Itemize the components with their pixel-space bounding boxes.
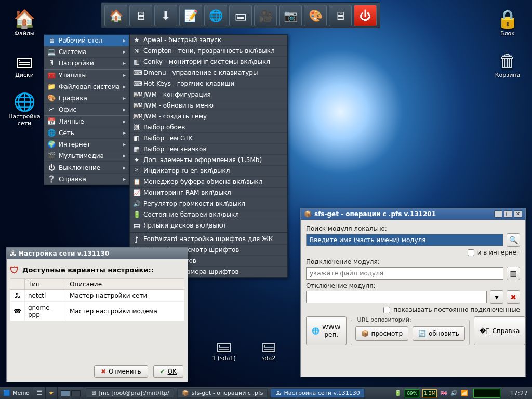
titlebar[interactable]: 📦 sfs-get - операции с .pfs v.131201 _ □… [301, 208, 525, 220]
disconnect-input[interactable] [306, 291, 487, 303]
menu-item[interactable]: ⏻ Выключение ▸ [44, 162, 129, 174]
connect-input[interactable] [306, 267, 503, 280]
submenu-item[interactable]: 🔊Регулятор громкости вкл\выкл [130, 198, 287, 209]
desktop-icon-disks[interactable]: 🖴 Диски [6, 50, 43, 78]
chevron-right-icon: ▸ [123, 107, 126, 112]
launcher-disk-icon[interactable]: 🖴 [229, 5, 252, 26]
launcher-camera-icon[interactable]: 📷 [279, 5, 302, 26]
menu-item[interactable]: 🎬 Мультимедиа ▸ [44, 150, 129, 162]
launcher-terminal-icon[interactable]: 🖥 [129, 5, 152, 26]
internet-checkbox-input[interactable] [468, 249, 474, 256]
chevron-right-icon: ▸ [123, 165, 126, 170]
menu-item[interactable]: ✂ Офис ▸ [44, 104, 129, 115]
clock[interactable]: 17:27 [506, 390, 532, 397]
repo-view-button[interactable]: 📦 просмотр [355, 326, 408, 341]
submenu-item[interactable]: ▦Выбор тем значков [130, 144, 287, 155]
menu-item[interactable]: 💻 Система ▸ [44, 46, 129, 58]
submenu-item[interactable]: 🖴Ярлыки дисков вкл\выкл [130, 220, 287, 231]
menu-item-label: Сеть [59, 129, 74, 137]
launcher-web-icon[interactable]: 🌐 [204, 5, 227, 26]
menu-item[interactable]: 🎚 Настройки ▸ [44, 58, 129, 69]
submenu-item[interactable]: ▥Conky - мониторинг системы вкл\выкл [130, 57, 287, 68]
search-input[interactable]: Введите имя (часть имени) модуля [306, 234, 503, 246]
cancel-button[interactable]: ✖ Отменить [94, 365, 148, 378]
col-desc[interactable]: Описание [66, 279, 184, 290]
menu-item-label: Офис [59, 106, 76, 113]
submenu-item[interactable]: 🖼Выбор обоев [130, 122, 287, 133]
persistent-checkbox[interactable]: показывать постоянно подключенные [306, 306, 520, 313]
desktop-icon-lock[interactable]: 🔒 Блок [489, 8, 526, 37]
launcher-power-icon[interactable]: ⏻ [354, 5, 377, 26]
menu-item-label: Файловая система [59, 83, 120, 90]
disconnect-dropdown-button[interactable]: ▾ [490, 290, 503, 304]
bookmark-icon[interactable]: ★ [46, 387, 58, 399]
connect-browse-button[interactable]: ▥ [507, 267, 520, 280]
submenu-item[interactable]: ✦Доп. элементы оформления (1,5Mb) [130, 155, 287, 166]
disk-sda1[interactable]: 🖴 1 (sda1) [206, 337, 242, 362]
menu-item[interactable]: 🌐 Сеть ▸ [44, 127, 129, 139]
submenu-item[interactable]: JWMJWM - обновить меню [130, 100, 287, 111]
row-desc: Мастер настройки модема [66, 302, 184, 321]
desktop-icon-files[interactable]: 🏠 Файлы [6, 8, 43, 37]
start-menu-button[interactable]: 🟦 Меню [0, 387, 33, 399]
show-desktop-button[interactable]: 🗔 [33, 387, 46, 399]
submenu-item[interactable]: ⌨Dmenu - управление с клавиатуры [130, 68, 287, 78]
tray-battery-icon[interactable]: 🔋 [394, 390, 402, 396]
row-type: gnome-ppp [24, 302, 66, 321]
minimize-button[interactable]: _ [494, 210, 502, 218]
menu-item[interactable]: 🖥 Рабочий стол ▸ [44, 35, 129, 46]
launcher-home-icon[interactable]: 🏠 [104, 5, 127, 26]
repo-refresh-button[interactable]: 🔄 обновить [413, 326, 465, 341]
desktop-icon-network[interactable]: 🌐 Настройка сети [3, 91, 46, 127]
menu-item[interactable]: 🎨 Графика ▸ [44, 92, 129, 104]
menu-item[interactable]: ❔ Справка ▸ [44, 174, 129, 185]
submenu-item[interactable]: ƒFontwizard настройка шрифтов для ЖК [130, 234, 287, 245]
repo-refresh-label: обновить [429, 330, 459, 337]
chevron-right-icon: ▸ [123, 141, 126, 147]
menu-item[interactable]: 📅 Личные ▸ [44, 115, 129, 127]
submenu-item[interactable]: 📈Мониторинг RAM вкл\выкл [130, 188, 287, 198]
tray-lang-icon[interactable]: 🇬🇧 [440, 390, 447, 396]
desktop-icon-trash[interactable]: 🗑 Корзина [489, 50, 526, 78]
internet-checkbox[interactable]: и в интернет [306, 249, 520, 256]
disk-sda2[interactable]: 🖴 sda2 [250, 337, 287, 362]
submenu-item[interactable]: JWMJWM - создать тему [130, 111, 287, 122]
taskbar-task[interactable]: 📦 sfs-get - операции с .pfs [177, 388, 268, 398]
submenu-item[interactable]: 📋Менеджер буфера обмена вкл\выкл [130, 177, 287, 188]
taskbar-task[interactable]: 🖥 [mc [root@pra]:/mnt/ftp/ [86, 388, 174, 398]
menu-item[interactable]: 📁 Файловая система ▸ [44, 81, 129, 92]
search-button[interactable]: 🔍 [507, 233, 520, 247]
ok-button[interactable]: ✔ OK [153, 365, 183, 378]
submenu-item[interactable]: ⌨Hot Keys - горячие клавиши [130, 78, 287, 89]
persistent-checkbox-input[interactable] [383, 307, 390, 313]
launcher-editor-icon[interactable]: 📝 [179, 5, 202, 26]
col-type[interactable]: Тип [24, 279, 66, 290]
maximize-button[interactable]: □ [504, 210, 512, 218]
close-button[interactable]: ✕ [514, 210, 522, 218]
submenu-item[interactable]: 🏳Индикатор ru-en вкл\выкл [130, 166, 287, 177]
pager[interactable] [58, 387, 84, 399]
launcher-download-icon[interactable]: ⬇ [154, 5, 177, 26]
submenu-item[interactable]: ★Apwal - быстрый запуск [130, 35, 287, 46]
submenu-item[interactable]: ◧Выбор тем GTK [130, 133, 287, 144]
menu-item[interactable]: 🌍 Интернет ▸ [44, 139, 129, 150]
taskbar-task[interactable]: 🖧 Настройка сети v.131130 [271, 388, 364, 398]
disconnect-remove-button[interactable]: ✖ [507, 290, 520, 304]
menu-item[interactable]: 🧰 Утилиты ▸ [44, 69, 129, 81]
tray-volume-icon[interactable]: 🔊 [450, 390, 458, 396]
table-row[interactable]: ☎ gnome-ppp Мастер настройки модема [10, 302, 184, 321]
chevron-right-icon: ▸ [123, 130, 126, 136]
tray-network-icon[interactable]: 📶 [461, 390, 468, 396]
help-button[interactable]: �⃝ Справка [474, 316, 525, 345]
submenu-item[interactable]: ⤨Compton - тени, прозрачность вкл\выкл [130, 46, 287, 57]
table-row[interactable]: 🖧 netctl Мастер настройки сети [10, 290, 184, 302]
launcher-paint-icon[interactable]: 🎨 [304, 5, 327, 26]
col-icon[interactable] [10, 279, 25, 290]
titlebar[interactable]: 🖧 Настройка сети v.131130 [7, 248, 188, 259]
submenu-item[interactable]: JWMJWM - конфигурация [130, 89, 287, 100]
launcher-screens-icon[interactable]: 🖥 [329, 5, 352, 26]
www-repo-button[interactable]: 🌐 WWW реп. [306, 316, 347, 345]
submenu-item[interactable]: 🔋Состояние батареи вкл\выкл [130, 209, 287, 220]
launcher-video-icon[interactable]: 🎥 [254, 5, 277, 26]
menu-item-label: Система [59, 48, 87, 56]
